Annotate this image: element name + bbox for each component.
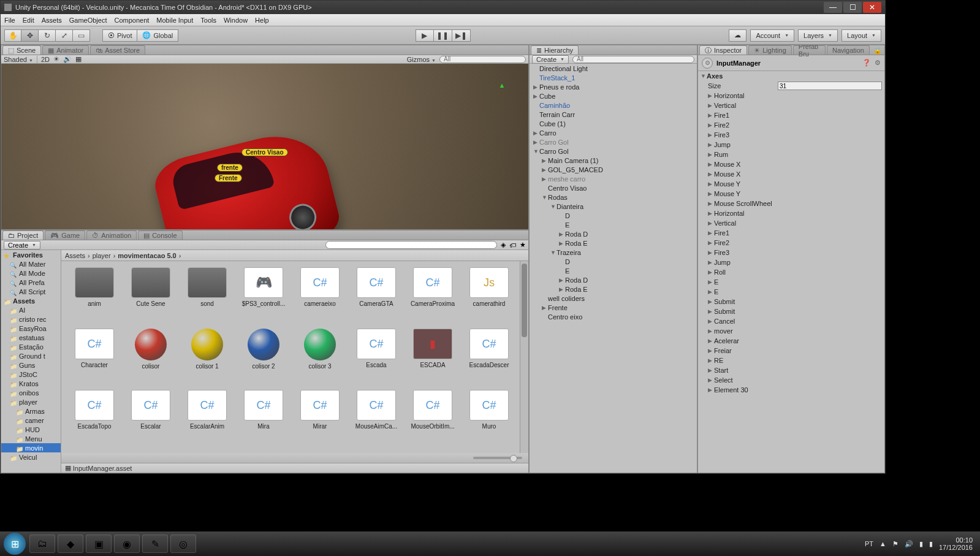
- tab-console[interactable]: ▤Console: [138, 230, 182, 240]
- tab-prefab[interactable]: Prefab Bru: [793, 45, 826, 55]
- hierarchy-item[interactable]: ▶meshe carro: [530, 174, 697, 183]
- tree-item[interactable]: cristo rec: [1, 314, 61, 324]
- hierarchy-item[interactable]: Centro Visao: [530, 183, 697, 192]
- tree-item[interactable]: Menu: [1, 434, 61, 443]
- label-frente-1[interactable]: frente: [217, 164, 243, 172]
- asset-item[interactable]: sond: [180, 267, 234, 322]
- asset-item[interactable]: anim: [67, 267, 121, 322]
- hierarchy-item[interactable]: ▼Trazeira: [530, 248, 697, 257]
- hierarchy-item[interactable]: ▼Dianteira: [530, 202, 697, 211]
- tree-item[interactable]: JStoC: [1, 370, 61, 379]
- tab-game[interactable]: 🎮Game: [45, 230, 85, 240]
- minimize-button[interactable]: —: [824, 2, 842, 13]
- scale-tool[interactable]: ⤢: [56, 29, 73, 42]
- flag-icon[interactable]: ⚑: [892, 540, 898, 548]
- axis-foldout[interactable]: ▶Vertical: [698, 101, 884, 110]
- project-create[interactable]: Create: [4, 241, 40, 249]
- hierarchy-item[interactable]: ▶Pneus e roda: [530, 82, 697, 91]
- bc-0[interactable]: Assets: [65, 252, 85, 259]
- hierarchy-item[interactable]: D: [530, 257, 697, 266]
- axis-foldout[interactable]: ▶Vertical: [698, 218, 884, 228]
- gizmos-dropdown[interactable]: Gizmos: [407, 56, 436, 63]
- filter-icon-3[interactable]: ★: [520, 241, 526, 249]
- axis-foldout[interactable]: ▶Fire1: [698, 228, 884, 238]
- hierarchy-item[interactable]: ▶Roda E: [530, 238, 697, 248]
- asset-scrollbar[interactable]: [520, 261, 528, 453]
- axis-foldout[interactable]: ▶Fire3: [698, 248, 884, 257]
- 2d-toggle[interactable]: 2D: [41, 56, 50, 63]
- menu-mobileinput[interactable]: Mobile Input: [156, 17, 193, 24]
- asset-item[interactable]: colisor 1: [180, 329, 234, 384]
- tree-item[interactable]: player: [1, 397, 61, 406]
- hierarchy-search[interactable]: [572, 56, 694, 63]
- hierarchy-item[interactable]: ▶Carro: [530, 128, 697, 137]
- asset-item[interactable]: colisor 3: [293, 329, 347, 384]
- tab-navigation[interactable]: Navigation: [827, 45, 870, 55]
- hierarchy-item[interactable]: ▼Rodas: [530, 192, 697, 202]
- hierarchy-tree[interactable]: Directional LightTireStack_1▶Pneus e rod…: [530, 64, 697, 473]
- chrome-icon[interactable]: ◉: [114, 535, 140, 553]
- tab-scene[interactable]: ⬚Scene: [2, 45, 41, 55]
- step-button[interactable]: ▶❚: [452, 29, 471, 42]
- audio-toggle[interactable]: 🔊: [63, 55, 72, 63]
- tree-item[interactable]: Veicul: [1, 452, 61, 462]
- tree-item[interactable]: Guns: [1, 360, 61, 370]
- axis-foldout[interactable]: ▶Mouse Y: [698, 179, 884, 189]
- menu-tools[interactable]: Tools: [200, 17, 216, 24]
- hierarchy-item[interactable]: ▶Carro Gol: [530, 137, 697, 147]
- axis-foldout[interactable]: ▶Mouse ScrollWheel: [698, 199, 884, 208]
- tree-item[interactable]: camer: [1, 416, 61, 425]
- menu-edit[interactable]: Edit: [23, 17, 34, 24]
- axis-foldout[interactable]: ▶Acelerar: [698, 336, 884, 346]
- axis-foldout[interactable]: ▶Mouse Y: [698, 189, 884, 199]
- hierarchy-create[interactable]: Create: [532, 55, 569, 64]
- hierarchy-item[interactable]: Terrain Carr: [530, 110, 697, 119]
- tree-item[interactable]: Kratos: [1, 379, 61, 388]
- axis-foldout[interactable]: ▶Jump: [698, 257, 884, 267]
- hierarchy-item[interactable]: Caminhão: [530, 101, 697, 110]
- tray-up-icon[interactable]: ▲: [879, 540, 886, 547]
- axis-foldout[interactable]: ▶Jump: [698, 140, 884, 150]
- tree-item[interactable]: Ground t: [1, 351, 61, 360]
- tree-item[interactable]: onibos: [1, 388, 61, 397]
- axis-foldout[interactable]: ▶Fire1: [698, 110, 884, 120]
- asset-item[interactable]: C#Escada: [349, 329, 403, 384]
- tree-item[interactable]: Favorites: [1, 250, 61, 259]
- hierarchy-item[interactable]: ▶Frente: [530, 303, 697, 312]
- asset-item[interactable]: C#EscadaDescer: [462, 329, 516, 384]
- hierarchy-item[interactable]: ▶Cube: [530, 91, 697, 101]
- move-tool[interactable]: ✥: [21, 29, 39, 42]
- start-button[interactable]: ⊞: [4, 533, 26, 555]
- asset-item[interactable]: ▮ESCADA: [406, 329, 460, 384]
- maximize-button[interactable]: ☐: [843, 2, 862, 13]
- hierarchy-item[interactable]: Directional Light: [530, 64, 697, 73]
- asset-item[interactable]: C#MouseAimCa...: [349, 390, 403, 445]
- tree-item[interactable]: All Mode: [1, 268, 61, 278]
- menu-window[interactable]: Window: [224, 17, 248, 24]
- orientation-gizmo[interactable]: ▲: [487, 70, 517, 101]
- project-tree[interactable]: FavoritesAll MaterAll ModeAll PrefaAll S…: [1, 250, 61, 473]
- layers-dropdown[interactable]: Layers: [798, 29, 838, 42]
- menu-component[interactable]: Component: [114, 17, 149, 24]
- axis-foldout[interactable]: ▶Start: [698, 365, 884, 375]
- axis-foldout[interactable]: ▶Freiar: [698, 346, 884, 356]
- tab-hierarchy[interactable]: ≣Hierarchy: [531, 45, 579, 55]
- axis-foldout[interactable]: ▶Element 30: [698, 385, 884, 395]
- axis-foldout[interactable]: ▶Fire2: [698, 238, 884, 248]
- menu-assets[interactable]: Assets: [42, 17, 62, 24]
- asset-item[interactable]: C#Muro: [462, 390, 516, 445]
- axis-foldout[interactable]: ▶E: [698, 277, 884, 287]
- window-titlebar[interactable]: Unity Personal (64bit) - Veiculo.unity -…: [1, 1, 885, 14]
- axis-foldout[interactable]: ▶Horizontal: [698, 91, 884, 101]
- hierarchy-item[interactable]: ▶Main Camera (1): [530, 156, 697, 165]
- menu-file[interactable]: File: [4, 17, 15, 24]
- network-icon[interactable]: ▮: [929, 540, 933, 548]
- axis-foldout[interactable]: ▶Roll: [698, 267, 884, 277]
- app-icon-2[interactable]: ✎: [142, 535, 168, 553]
- filter-icon-1[interactable]: ◈: [501, 241, 506, 249]
- clock[interactable]: 00:10 17/12/2016: [939, 536, 973, 551]
- lock-icon[interactable]: 🔒: [871, 47, 884, 55]
- tree-item[interactable]: All Prefa: [1, 278, 61, 287]
- tree-item[interactable]: All Script: [1, 287, 61, 296]
- label-centro-visao[interactable]: Centro Visao: [241, 148, 288, 156]
